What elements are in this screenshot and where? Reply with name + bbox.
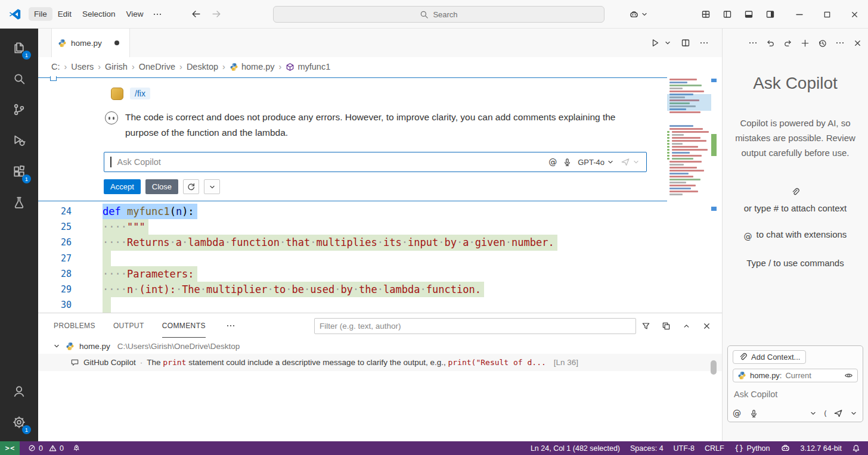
code-line[interactable]: 30 xyxy=(38,297,722,313)
indentation[interactable]: Spaces: 4 xyxy=(630,444,664,453)
model-picker[interactable]: GPT-4o xyxy=(578,158,615,167)
encoding[interactable]: UTF-8 xyxy=(674,444,695,453)
close-button[interactable] xyxy=(841,0,868,29)
collapse-all-icon[interactable] xyxy=(662,322,671,331)
add-context-button[interactable]: Add Context... xyxy=(733,350,806,364)
account-button[interactable] xyxy=(0,376,38,407)
run-dropdown-icon[interactable] xyxy=(664,39,672,47)
tab-problems[interactable]: PROBLEMS xyxy=(54,314,95,338)
chat-input-placeholder[interactable]: Ask Copilot xyxy=(734,389,857,399)
bell-icon[interactable] xyxy=(852,444,860,453)
new-chat-icon[interactable] xyxy=(801,39,810,48)
paperclip-icon xyxy=(791,188,800,197)
mention-icon[interactable]: @ xyxy=(548,157,557,167)
breadcrumb-drive[interactable]: C: xyxy=(51,62,60,71)
breadcrumb-users[interactable]: Users xyxy=(71,62,94,71)
launch-status[interactable] xyxy=(72,444,80,452)
split-editor-icon[interactable] xyxy=(681,38,690,48)
tab-comments[interactable]: COMMENTS xyxy=(162,314,206,338)
chat-history-icon[interactable] xyxy=(818,39,827,48)
python-interpreter[interactable]: 3.12.7 64-bit xyxy=(801,444,842,453)
send-icon[interactable] xyxy=(833,409,843,418)
eol-sequence[interactable]: CRLF xyxy=(705,444,724,453)
send-dropdown-icon[interactable] xyxy=(850,409,858,417)
redo-edit-icon[interactable] xyxy=(783,39,792,48)
code-line[interactable]: 29····n·(int):·The·multiplier·to·be·used… xyxy=(38,282,722,297)
run-button[interactable] xyxy=(650,38,660,48)
editor[interactable]: /fix The code is correct and does not pr… xyxy=(38,76,722,377)
editor-more-icon[interactable] xyxy=(699,38,709,48)
activity-testing[interactable] xyxy=(0,187,38,218)
mic-icon[interactable] xyxy=(749,409,758,418)
panel-scrollbar[interactable] xyxy=(711,360,717,375)
code-line[interactable]: 26····Returns·a·lambda·function·that·mul… xyxy=(38,235,722,250)
activity-explorer[interactable]: 1 xyxy=(0,32,38,63)
breadcrumb-desktop[interactable]: Desktop xyxy=(187,62,218,71)
mention-icon[interactable]: @ xyxy=(733,409,741,418)
activity-run-debug[interactable] xyxy=(0,125,38,156)
sidebar-more-icon[interactable] xyxy=(835,38,845,48)
minimize-button[interactable] xyxy=(786,0,813,29)
copilot-menu[interactable] xyxy=(629,10,649,20)
nav-back-icon[interactable] xyxy=(191,9,201,19)
maximize-panel-icon[interactable] xyxy=(682,322,691,331)
send-button[interactable] xyxy=(621,157,640,167)
filter-placeholder: Filter (e.g. text, author) xyxy=(320,322,631,331)
breadcrumb-symbol[interactable]: myfunc1 xyxy=(286,62,330,71)
filter-icon[interactable] xyxy=(641,322,650,331)
breadcrumb-onedrive[interactable]: OneDrive xyxy=(139,62,175,71)
problems-status[interactable]: 0 0 xyxy=(28,444,64,453)
line-number: 27 xyxy=(38,251,72,266)
command-center-search[interactable]: Search xyxy=(273,6,604,23)
settings-button[interactable]: 1 xyxy=(0,407,38,438)
context-file-chip[interactable]: home.py: Current xyxy=(733,369,858,382)
toggle-secondary-sidebar-icon[interactable] xyxy=(765,10,775,19)
menu-edit[interactable]: Edit xyxy=(52,7,77,21)
toggle-panel-icon[interactable] xyxy=(744,10,754,19)
maximize-button[interactable] xyxy=(813,0,841,29)
close-chat-button[interactable]: Close xyxy=(145,179,178,194)
copilot-status-icon[interactable] xyxy=(780,443,790,453)
chat-input-box[interactable]: Add Context... home.py: Current Ask Copi… xyxy=(727,345,863,422)
context-file-name: home.py: xyxy=(750,371,782,380)
customize-layout-icon[interactable] xyxy=(701,10,711,19)
language-mode[interactable]: {} Python xyxy=(734,444,770,453)
menu-file[interactable]: File xyxy=(29,7,52,21)
mic-icon[interactable] xyxy=(563,158,572,167)
tab-home-py[interactable]: home.py xyxy=(51,29,130,57)
remote-indicator[interactable]: >< xyxy=(0,441,20,455)
accept-button[interactable]: Accept xyxy=(104,179,141,194)
activity-search[interactable] xyxy=(0,63,38,94)
comment-item[interactable]: GitHub Copilot · The print statement cou… xyxy=(38,354,722,371)
undo-edit-icon[interactable] xyxy=(766,39,775,48)
panel-tabs-more-icon[interactable] xyxy=(226,321,235,331)
close-sidebar-icon[interactable] xyxy=(853,39,862,48)
comments-file-row[interactable]: home.py C:\Users\Girish\OneDrive\Desktop xyxy=(38,338,722,354)
chat-more-icon[interactable] xyxy=(748,38,758,48)
code-line[interactable]: 25····""" xyxy=(38,219,722,235)
activity-extensions[interactable]: 1 xyxy=(0,156,38,187)
more-actions-button[interactable] xyxy=(204,179,220,194)
mode-dropdown-icon[interactable] xyxy=(809,409,817,417)
comment-line-ref[interactable]: [Ln 36] xyxy=(554,358,578,367)
breadcrumb-girish[interactable]: Girish xyxy=(105,62,128,71)
code-line[interactable]: 24def myfunc1(n): xyxy=(38,204,722,219)
inline-chat-input[interactable]: Ask Copilot @ GPT-4o xyxy=(104,152,647,172)
menu-more-icon[interactable] xyxy=(153,10,162,19)
code-line[interactable]: 27 xyxy=(38,251,722,266)
cursor-position[interactable]: Ln 24, Col 1 (482 selected) xyxy=(531,444,620,453)
slash-command-chip[interactable]: /fix xyxy=(130,88,150,99)
eye-icon[interactable] xyxy=(844,371,853,380)
activity-source-control[interactable] xyxy=(0,94,38,125)
comments-filter-input[interactable]: Filter (e.g. text, author) xyxy=(314,318,636,334)
toggle-primary-sidebar-icon[interactable] xyxy=(723,10,732,19)
menu-selection[interactable]: Selection xyxy=(77,7,121,21)
menu-view[interactable]: View xyxy=(121,7,149,21)
tab-output[interactable]: OUTPUT xyxy=(113,314,144,338)
regenerate-button[interactable] xyxy=(183,179,199,194)
inline-chat-grip[interactable] xyxy=(50,76,57,81)
close-panel-icon[interactable] xyxy=(702,322,711,331)
breadcrumb-file[interactable]: home.py xyxy=(230,62,275,71)
comments-file-path: C:\Users\Girish\OneDrive\Desktop xyxy=(117,342,240,351)
code-line[interactable]: 28····Parameters: xyxy=(38,266,722,282)
